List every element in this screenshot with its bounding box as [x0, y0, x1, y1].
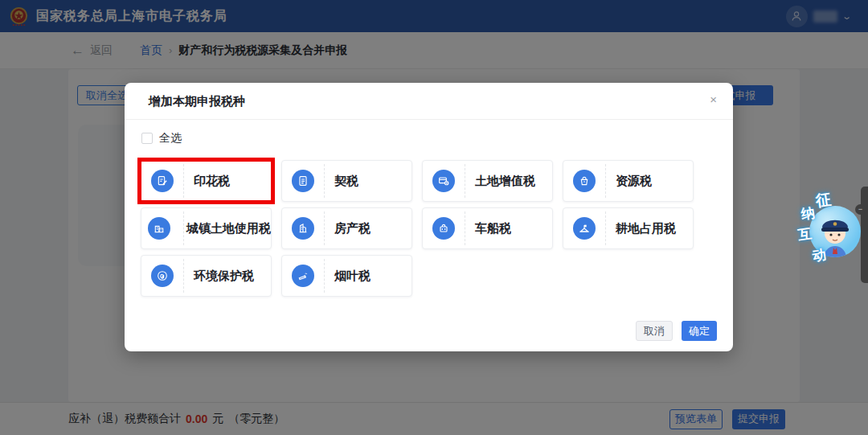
add-tax-types-dialog: 增加本期申报税种 × 全选 印花税 契税 土地增值税 [125, 83, 733, 351]
tax-label: 土地增值税 [475, 174, 535, 189]
farmland-occupation-tax-icon [573, 217, 596, 240]
tax-label: 城镇土地使用税 [186, 221, 271, 236]
close-icon[interactable]: × [710, 93, 717, 105]
tax-card-resource[interactable]: 资源税 [563, 160, 694, 202]
tax-card-stamp[interactable]: 印花税 [141, 160, 272, 202]
select-all-checkbox[interactable] [141, 133, 153, 144]
house-property-tax-icon [292, 217, 314, 240]
right-edge-toolbar[interactable]: − [861, 187, 868, 283]
tax-type-grid: 印花税 契税 土地增值税 资源税 [141, 160, 717, 297]
resource-tax-icon [573, 170, 596, 192]
tax-card-house-property[interactable]: 房产税 [281, 207, 412, 249]
tax-label: 契税 [334, 174, 358, 189]
tax-card-vehicle-vessel[interactable]: 车船税 [422, 207, 553, 249]
dialog-divider [125, 119, 733, 120]
assistant-label-char: 征 [814, 189, 832, 211]
tobacco-leaf-tax-icon [292, 265, 314, 287]
assistant-label-char: 纳 [800, 203, 816, 224]
tax-interaction-assistant-widget[interactable]: 征 纳 互 动 [800, 193, 862, 267]
dialog-title: 增加本期申报税种 [149, 94, 245, 109]
tax-card-land-appreciation[interactable]: 土地增值税 [422, 160, 553, 202]
tax-card-deed[interactable]: 契税 [281, 160, 412, 202]
deed-tax-icon [292, 170, 314, 192]
environment-protection-tax-icon [151, 265, 174, 287]
tax-label: 印花税 [194, 174, 230, 189]
stamp-tax-icon [151, 170, 174, 192]
confirm-button[interactable]: 确定 [682, 321, 717, 341]
vehicle-vessel-tax-icon [432, 217, 455, 240]
tax-label: 烟叶税 [334, 269, 371, 284]
tax-label: 车船税 [475, 221, 511, 236]
tax-card-urban-land-use[interactable]: 城镇土地使用税 [141, 207, 272, 249]
land-appreciation-tax-icon [432, 170, 455, 192]
assistant-label-char: 动 [811, 245, 827, 265]
tax-label: 耕地占用税 [616, 221, 676, 236]
collapse-handle-icon[interactable]: − [855, 204, 866, 215]
urban-land-use-tax-icon [148, 217, 170, 240]
tax-card-environment-protection[interactable]: 环境保护税 [141, 255, 272, 297]
tax-label: 资源税 [616, 174, 652, 189]
tax-card-farmland-occupation[interactable]: 耕地占用税 [563, 207, 694, 249]
assistant-label-char: 互 [796, 224, 813, 244]
cancel-button[interactable]: 取消 [636, 321, 673, 341]
tax-label: 房产税 [334, 221, 371, 236]
tax-card-tobacco-leaf[interactable]: 烟叶税 [281, 255, 412, 297]
select-all-label: 全选 [159, 131, 182, 146]
tax-label: 环境保护税 [194, 269, 254, 284]
